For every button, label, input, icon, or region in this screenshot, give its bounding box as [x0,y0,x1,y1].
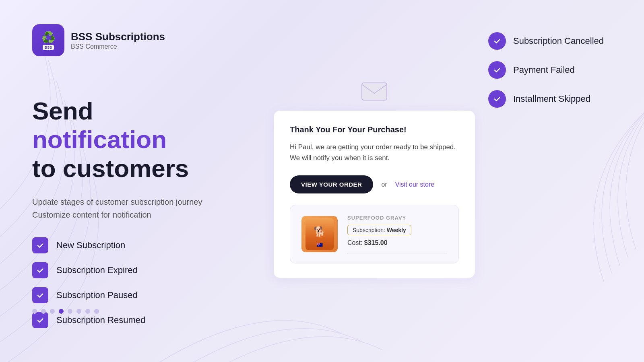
subtitle-line2: Customize content for notification [32,208,202,221]
pagination-dots [32,309,99,314]
right-checks-list: Subscription Cancelled Payment Failed In… [488,32,604,108]
svg-rect-0 [362,83,387,100]
product-subscription-badge: Subscription: Weekly [347,225,411,235]
feature-item-0: New Subscription [32,237,202,253]
badge-value: Weekly [387,227,406,233]
subtitle-text: Update stages of customer subscription j… [32,195,202,221]
feature-item-1: Subscription Expired [32,262,202,278]
dot-7[interactable] [94,309,99,314]
email-card: Thank You For Your Purchase! Hi Paul, we… [274,111,475,278]
feature-item-2: Subscription Paused [32,287,202,303]
email-body: Hi Paul, we are getting your order ready… [290,142,459,163]
dot-0[interactable] [32,309,37,314]
or-text: or [381,181,387,188]
main-left-content: Send notification to customers Update st… [32,97,202,328]
checkmark-icon [493,37,502,45]
main-headline: Send notification to customers [32,97,202,183]
product-divider [347,253,447,253]
badge-prefix: Subscription: [353,227,385,233]
company-name: BSS Commerce [71,43,165,50]
check-item-skipped: Installment Skipped [488,90,604,108]
check-circle-skipped [488,90,506,108]
product-card: SUPERFOOD GRAVY Subscription: Weekly Cos… [290,205,459,263]
checkmark-icon [36,316,45,325]
email-actions: VIEW YOUR ORDER or Visit our store [290,175,459,193]
headline-line2: notification [32,125,167,153]
check-circle-cancelled [488,32,506,50]
headline-line1: Send [32,97,93,125]
logo-bss-tag: BSS [43,45,54,50]
dot-6[interactable] [85,309,90,314]
check-box-3 [32,312,48,328]
email-greeting: Thank You For Your Purchase! [290,125,459,134]
logo-box: ♻️ BSS [32,24,64,56]
dot-4[interactable] [68,309,72,314]
visit-store-link[interactable]: Visit our store [395,181,435,188]
app-name: BSS Subscriptions [71,31,165,43]
check-circle-failed [488,61,506,79]
dot-2[interactable] [50,309,55,314]
feature-label-0: New Subscription [56,240,125,251]
feature-item-3: Subscription Resumed [32,312,202,328]
email-envelope-icon [360,80,388,103]
checkmark-icon [36,266,45,275]
checkmark-icon [493,66,502,74]
logo-icon: ♻️ [41,31,56,44]
check-label-cancelled: Subscription Cancelled [513,36,604,46]
check-item-failed: Payment Failed [488,61,604,79]
feature-label-1: Subscription Expired [56,265,138,276]
cost-label: Cost: [347,239,362,246]
cost-value: $315.00 [364,239,388,246]
product-image-inner [305,218,334,250]
check-box-1 [32,262,48,278]
checkmark-icon [36,241,45,250]
headline-line3: to customers [32,154,189,182]
check-label-failed: Payment Failed [513,65,575,75]
check-item-cancelled: Subscription Cancelled [488,32,604,50]
checkmark-icon [36,291,45,300]
checkmark-icon [493,95,502,103]
feature-label-2: Subscription Paused [56,290,138,300]
subtitle-line1: Update stages of customer subscription j… [32,195,202,208]
product-image [301,216,338,252]
email-preview: Thank You For Your Purchase! Hi Paul, we… [274,80,475,278]
check-label-skipped: Installment Skipped [513,94,590,104]
product-name: SUPERFOOD GRAVY [347,215,447,221]
logo-text: BSS Subscriptions BSS Commerce [71,31,165,50]
check-box-2 [32,287,48,303]
feature-label-3: Subscription Resumed [56,315,145,325]
dot-3-active[interactable] [59,309,64,314]
feature-list: New Subscription Subscription Expired Su… [32,237,202,328]
check-box-0 [32,237,48,253]
product-cost: Cost: $315.00 [347,239,447,247]
dot-1[interactable] [41,309,46,314]
header: ♻️ BSS BSS Subscriptions BSS Commerce [32,24,165,56]
product-info: SUPERFOOD GRAVY Subscription: Weekly Cos… [347,215,447,253]
view-order-button[interactable]: VIEW YOUR ORDER [290,175,373,193]
dot-5[interactable] [76,309,81,314]
